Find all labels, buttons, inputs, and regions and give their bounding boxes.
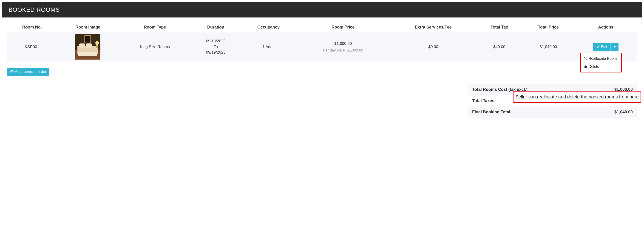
cell-room-no: KSR001 — [7, 33, 57, 61]
duration-to: 09/19/2023 — [206, 50, 226, 55]
col-room-price: Room Price — [296, 22, 390, 33]
room-thumb-image — [75, 34, 100, 60]
add-rooms-row: Add rooms in order — [7, 68, 637, 76]
col-actions: Actions — [574, 22, 637, 33]
annotation-callout: Seller can reallocate and delete the boo… — [513, 91, 641, 103]
delete-item[interactable]: Delete — [581, 63, 621, 71]
caret-down-icon — [614, 46, 616, 48]
edit-button-label: Edit — [601, 45, 607, 49]
cell-total-price: $1,040.00 — [522, 33, 574, 61]
add-rooms-label: Add rooms in order — [15, 70, 46, 74]
booked-rooms-table: Room No. Room Image Room Type Duration O… — [7, 22, 637, 61]
cell-actions: Edit Reallocate Room — [574, 33, 637, 61]
panel-body: Room No. Room Image Room Type Duration O… — [2, 18, 642, 126]
edit-dropdown-menu: Reallocate Room Delete — [580, 53, 622, 72]
svg-point-8 — [95, 41, 99, 45]
refresh-icon — [584, 57, 587, 60]
room-price-value: $1,000.00 — [334, 41, 352, 46]
panel-title: BOOKED ROOMS — [2, 2, 642, 18]
cell-room-price: $1,000.00 Per day price: $1,000.00 — [296, 33, 390, 61]
room-price-per-day: Per day price: $1,000.00 — [298, 48, 388, 53]
edit-button[interactable]: Edit — [593, 43, 610, 51]
svg-rect-5 — [78, 52, 97, 56]
cell-room-type: King Size Rooms — [119, 33, 191, 61]
svg-rect-7 — [86, 44, 92, 48]
svg-rect-9 — [96, 45, 98, 48]
edit-action-group: Edit Reallocate Room — [593, 43, 618, 51]
svg-rect-6 — [79, 44, 85, 48]
col-extra: Extra Services/Fee — [390, 22, 476, 33]
col-room-image: Room Image — [57, 22, 119, 33]
col-occupancy: Occupancy — [240, 22, 296, 33]
table-header-row: Room No. Room Image Room Type Duration O… — [7, 22, 637, 33]
table-row: KSR001 — [7, 33, 637, 61]
duration-from: 09/18/2023 — [206, 39, 226, 43]
totals-taxes-label: Total Taxes — [472, 98, 494, 103]
trash-icon — [584, 65, 587, 68]
col-duration: Duration — [191, 22, 241, 33]
col-total-price: Total Price — [522, 22, 574, 33]
delete-label: Delete — [589, 64, 599, 69]
add-rooms-button[interactable]: Add rooms in order — [7, 68, 50, 76]
edit-dropdown-toggle[interactable] — [610, 43, 618, 51]
pencil-icon — [596, 45, 600, 49]
cell-extra: $0.00 — [390, 33, 476, 61]
totals-final-label: Final Booking Total — [472, 110, 510, 115]
cell-room-image — [57, 33, 119, 61]
reallocate-room-label: Reallocate Room — [589, 56, 617, 61]
cell-duration: 09/18/2023 To 09/19/2023 — [191, 33, 241, 61]
duration-sep: To — [214, 45, 218, 49]
col-total-tax: Total Tax — [476, 22, 522, 33]
col-room-type: Room Type — [119, 22, 191, 33]
plus-circle-icon — [10, 70, 14, 73]
cell-occupancy: 1 Adult — [240, 33, 296, 61]
col-room-no: Room No. — [7, 22, 57, 33]
totals-final-row: Final Booking Total $1,040.00 — [468, 106, 637, 118]
totals-final-value: $1,040.00 — [614, 110, 633, 115]
booked-rooms-panel: BOOKED ROOMS Room No. Room Image Room Ty… — [2, 2, 642, 126]
reallocate-room-item[interactable]: Reallocate Room — [581, 55, 621, 63]
cell-total-tax: $40.00 — [476, 33, 522, 61]
svg-rect-2 — [85, 36, 91, 43]
